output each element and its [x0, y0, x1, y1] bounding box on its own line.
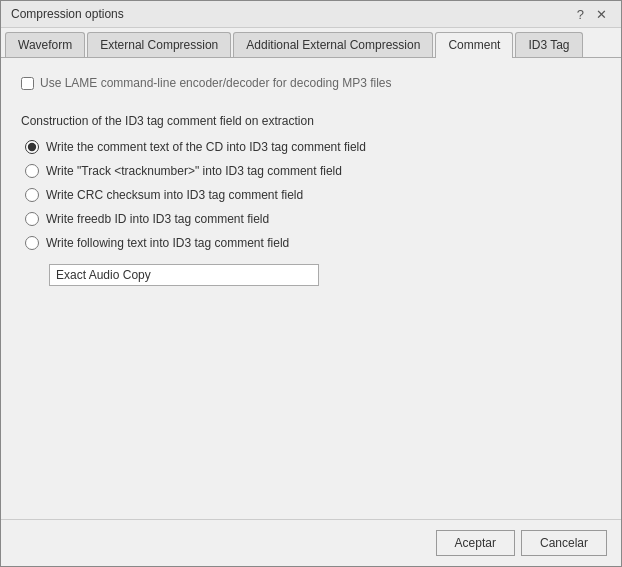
radio-group: Write the comment text of the CD into ID… — [21, 140, 601, 286]
close-button[interactable]: ✕ — [592, 8, 611, 21]
radio-row-freedb: Write freedb ID into ID3 tag comment fie… — [25, 212, 601, 226]
help-button[interactable]: ? — [573, 8, 588, 21]
radio-row-crc: Write CRC checksum into ID3 tag comment … — [25, 188, 601, 202]
radio-crc-label: Write CRC checksum into ID3 tag comment … — [46, 188, 303, 202]
radio-row-cd-comment: Write the comment text of the CD into ID… — [25, 140, 601, 154]
radio-track[interactable] — [25, 164, 39, 178]
radio-track-label: Write "Track <tracknumber>" into ID3 tag… — [46, 164, 342, 178]
radio-freedb-label: Write freedb ID into ID3 tag comment fie… — [46, 212, 269, 226]
radio-following-text[interactable] — [25, 236, 39, 250]
footer: Aceptar Cancelar — [1, 519, 621, 566]
tab-additional-external-compression[interactable]: Additional External Compression — [233, 32, 433, 57]
tab-id3-tag[interactable]: ID3 Tag — [515, 32, 582, 57]
radio-cd-comment-label: Write the comment text of the CD into ID… — [46, 140, 366, 154]
tabs-bar: Waveform External Compression Additional… — [1, 28, 621, 58]
following-text-input-row — [49, 264, 601, 286]
radio-following-text-label: Write following text into ID3 tag commen… — [46, 236, 289, 250]
following-text-input[interactable] — [49, 264, 319, 286]
title-bar-controls: ? ✕ — [573, 8, 611, 21]
tab-waveform[interactable]: Waveform — [5, 32, 85, 57]
dialog-title: Compression options — [11, 7, 124, 21]
title-bar: Compression options ? ✕ — [1, 1, 621, 28]
lame-checkbox-label: Use LAME command-line encoder/decoder fo… — [40, 76, 392, 90]
lame-checkbox-row: Use LAME command-line encoder/decoder fo… — [21, 76, 601, 90]
radio-row-following-text: Write following text into ID3 tag commen… — [25, 236, 601, 250]
radio-freedb[interactable] — [25, 212, 39, 226]
section-label: Construction of the ID3 tag comment fiel… — [21, 114, 601, 128]
lame-checkbox[interactable] — [21, 77, 34, 90]
radio-row-track: Write "Track <tracknumber>" into ID3 tag… — [25, 164, 601, 178]
content-area: Use LAME command-line encoder/decoder fo… — [1, 58, 621, 519]
cancel-button[interactable]: Cancelar — [521, 530, 607, 556]
tab-external-compression[interactable]: External Compression — [87, 32, 231, 57]
radio-crc[interactable] — [25, 188, 39, 202]
radio-cd-comment[interactable] — [25, 140, 39, 154]
accept-button[interactable]: Aceptar — [436, 530, 515, 556]
dialog: Compression options ? ✕ Waveform Externa… — [0, 0, 622, 567]
tab-comment[interactable]: Comment — [435, 32, 513, 58]
